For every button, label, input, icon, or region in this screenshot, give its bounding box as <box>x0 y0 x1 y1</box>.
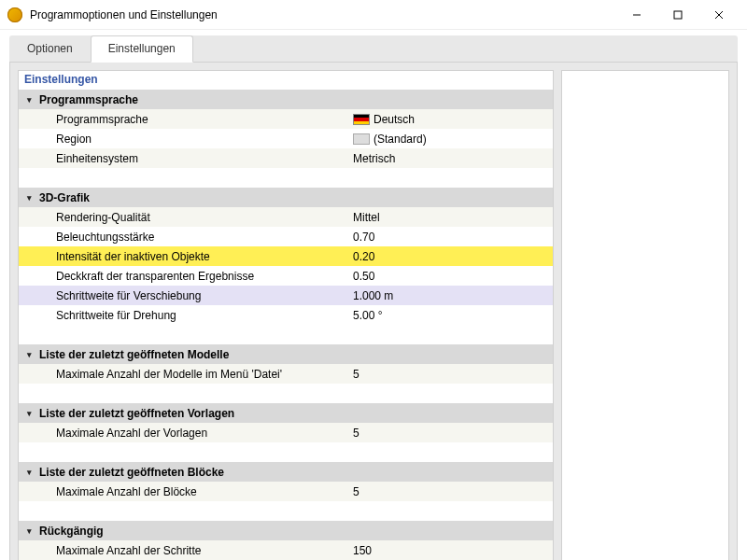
setting-value[interactable]: 5 <box>353 427 553 440</box>
setting-row[interactable]: Deckkraft der transparenten Ergebnisse0.… <box>19 266 553 286</box>
setting-value[interactable]: 1.000 m <box>353 289 553 302</box>
flag-blank-icon <box>353 133 370 145</box>
group-spacer <box>19 501 553 521</box>
setting-row[interactable]: Intensität der inaktiven Objekte0.20 <box>19 246 553 266</box>
setting-row[interactable]: Schrittweite für Drehung5.00 ° <box>19 305 553 325</box>
tab-bar: OptionenEinstellungen <box>9 35 738 63</box>
setting-row[interactable]: EinheitensystemMetrisch <box>19 148 553 168</box>
setting-label: Programmsprache <box>35 113 353 126</box>
section-header[interactable]: ▾Liste der zuletzt geöffneten Vorlagen <box>19 403 553 423</box>
section-header[interactable]: ▾Programmsprache <box>19 90 553 109</box>
setting-label: Schrittweite für Verschiebung <box>35 289 353 302</box>
svg-rect-0 <box>674 11 682 19</box>
setting-label: Einheitensystem <box>35 152 353 165</box>
section-label: Liste der zuletzt geöffneten Vorlagen <box>35 407 353 420</box>
settings-list[interactable]: ▾ProgrammspracheProgrammspracheDeutschRe… <box>19 90 553 560</box>
setting-row[interactable]: ProgrammspracheDeutsch <box>19 109 553 129</box>
setting-value[interactable]: 150 <box>353 544 553 557</box>
setting-value[interactable]: (Standard) <box>353 133 553 146</box>
group-spacer <box>19 325 553 344</box>
setting-value-text: Mittel <box>353 211 380 224</box>
chevron-down-icon[interactable]: ▾ <box>22 95 35 105</box>
settings-pane: Einstellungen ▾ProgrammspracheProgrammsp… <box>18 70 554 560</box>
group-spacer <box>19 442 553 462</box>
setting-label: Maximale Anzahl der Schritte <box>35 544 353 557</box>
chevron-down-icon[interactable]: ▾ <box>22 526 35 536</box>
chevron-down-icon[interactable]: ▾ <box>22 350 35 359</box>
setting-value-text: 5.00 ° <box>353 309 383 322</box>
minimize-button[interactable] <box>616 2 657 28</box>
tab-optionen[interactable]: Optionen <box>9 35 91 62</box>
setting-value[interactable]: 5 <box>353 368 553 381</box>
chevron-down-icon[interactable]: ▾ <box>22 193 35 203</box>
group-spacer <box>19 384 553 403</box>
section-header[interactable]: ▾Liste der zuletzt geöffneten Modelle <box>19 344 553 364</box>
setting-row[interactable]: Maximale Anzahl der Schritte150 <box>19 540 553 560</box>
setting-label: Deckkraft der transparenten Ergebnisse <box>35 270 353 283</box>
preview-pane <box>561 70 729 560</box>
setting-value-text: 5 <box>353 368 359 381</box>
chevron-down-icon[interactable]: ▾ <box>22 468 35 477</box>
pane-title: Einstellungen <box>19 71 553 90</box>
app-icon <box>7 7 22 22</box>
setting-value[interactable]: 5.00 ° <box>353 309 553 322</box>
setting-value-text: Metrisch <box>353 152 395 165</box>
chevron-down-icon[interactable]: ▾ <box>22 409 35 418</box>
setting-row[interactable]: Beleuchtungsstärke0.70 <box>19 227 553 246</box>
section-label: 3D-Grafik <box>35 191 353 204</box>
setting-value-text: 5 <box>353 485 359 498</box>
section-header[interactable]: ▾Rückgängig <box>19 521 553 540</box>
setting-row[interactable]: Schrittweite für Verschiebung1.000 m <box>19 286 553 305</box>
setting-value-text: 150 <box>353 544 372 557</box>
flag-de-icon <box>353 114 370 125</box>
close-button[interactable] <box>698 2 740 28</box>
setting-label: Maximale Anzahl der Modelle im Menü 'Dat… <box>35 368 353 381</box>
setting-label: Maximale Anzahl der Vorlagen <box>35 427 353 440</box>
maximize-button[interactable] <box>657 2 698 28</box>
setting-value[interactable]: 0.70 <box>353 231 553 244</box>
setting-value[interactable]: 0.20 <box>353 250 553 263</box>
section-label: Programmsprache <box>35 93 353 106</box>
setting-label: Rendering-Qualität <box>35 211 353 224</box>
setting-row[interactable]: Region(Standard) <box>19 129 553 148</box>
setting-value[interactable]: Mittel <box>353 211 553 224</box>
setting-row[interactable]: Maximale Anzahl der Modelle im Menü 'Dat… <box>19 364 553 384</box>
setting-label: Region <box>35 133 353 146</box>
section-label: Rückgängig <box>35 525 353 538</box>
setting-label: Intensität der inaktiven Objekte <box>35 250 353 263</box>
setting-value[interactable]: 5 <box>353 485 553 498</box>
setting-label: Beleuchtungsstärke <box>35 231 353 244</box>
setting-row[interactable]: Rendering-QualitätMittel <box>19 207 553 227</box>
section-label: Liste der zuletzt geöffneten Modelle <box>35 348 353 361</box>
setting-label: Schrittweite für Drehung <box>35 309 353 322</box>
panel: Einstellungen ▾ProgrammspracheProgrammsp… <box>9 63 738 560</box>
setting-value-text: 0.70 <box>353 231 374 244</box>
setting-value[interactable]: Deutsch <box>353 113 553 126</box>
group-spacer <box>19 168 553 188</box>
setting-value-text: Deutsch <box>374 113 415 126</box>
setting-value-text: 0.50 <box>353 270 374 283</box>
content-area: OptionenEinstellungen Einstellungen ▾Pro… <box>0 30 747 560</box>
setting-value-text: 1.000 m <box>353 289 393 302</box>
setting-value[interactable]: 0.50 <box>353 270 553 283</box>
section-header[interactable]: ▾Liste der zuletzt geöffneten Blöcke <box>19 462 553 482</box>
setting-value-text: 5 <box>353 427 359 440</box>
setting-value-text: (Standard) <box>374 133 427 146</box>
setting-value[interactable]: Metrisch <box>353 152 553 165</box>
tab-einstellungen[interactable]: Einstellungen <box>91 35 193 63</box>
setting-row[interactable]: Maximale Anzahl der Blöcke5 <box>19 482 553 501</box>
setting-value-text: 0.20 <box>353 250 374 263</box>
setting-row[interactable]: Maximale Anzahl der Vorlagen5 <box>19 423 553 442</box>
setting-label: Maximale Anzahl der Blöcke <box>35 485 353 498</box>
section-label: Liste der zuletzt geöffneten Blöcke <box>35 466 353 479</box>
titlebar: Programmoptionen und Einstellungen <box>0 0 747 30</box>
window-title: Programmoptionen und Einstellungen <box>30 8 616 21</box>
section-header[interactable]: ▾3D-Grafik <box>19 188 553 207</box>
